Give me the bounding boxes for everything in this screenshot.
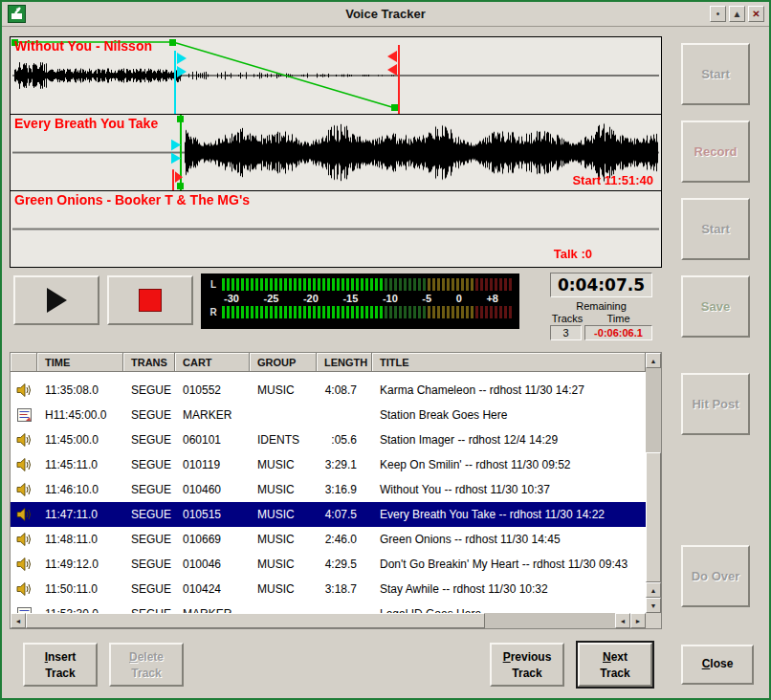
scroll-left-button[interactable]: ◄	[11, 613, 26, 628]
cell-trans: SEGUE	[123, 558, 175, 571]
scroll-up-button[interactable]: ▲	[646, 353, 661, 368]
cell-cart: 010515	[175, 508, 250, 521]
meter-right-label: R	[207, 307, 220, 317]
table-row[interactable]: 11:50:11.0 SEGUE 010424 MUSIC 3:18.7 Sta…	[11, 577, 646, 602]
table-row[interactable]: 11:53:30.0 SEGUE MARKER Legal ID Goes He…	[11, 602, 646, 613]
close-icon[interactable]: ✕	[748, 6, 764, 22]
log-body[interactable]: 11:35:08.0 SEGUE 010552 MUSIC 4:08.7 Kar…	[11, 372, 646, 613]
scroll-down-button[interactable]: ▼	[646, 598, 661, 613]
column-header-time[interactable]: TIME	[37, 353, 123, 372]
table-row[interactable]: 11:45:11.0 SEGUE 010119 MUSIC 3:29.1 Kee…	[11, 452, 646, 477]
record-button[interactable]: Record	[681, 120, 750, 183]
cell-trans: SEGUE	[123, 582, 175, 596]
cell-time: 11:46:10.0	[37, 483, 123, 496]
column-header-icon[interactable]	[11, 353, 37, 372]
start-2-button[interactable]: Start	[681, 198, 750, 260]
cell-length: :05.6	[317, 433, 372, 447]
save-button[interactable]: Save	[681, 275, 750, 338]
cell-trans: SEGUE	[123, 408, 175, 422]
scrollbar-corner	[646, 613, 661, 628]
cell-title: Every Breath You Take -- rdhost 11/30 14…	[372, 508, 646, 521]
insert-track-button[interactable]: Insert Track	[23, 643, 98, 687]
row-type-icon	[11, 458, 37, 471]
track-3-waveform[interactable]: Green Onions - Booker T & The MG's Talk …	[11, 190, 661, 267]
play-icon	[45, 287, 68, 314]
hit-post-button[interactable]: Hit Post	[681, 373, 750, 435]
table-row[interactable]: 11:48:11.0 SEGUE 010669 MUSIC 2:46.0 Gre…	[11, 527, 646, 552]
track-1-waveform[interactable]: Without You - Nilsson	[11, 37, 661, 114]
table-row[interactable]: 11:46:10.0 SEGUE 010460 MUSIC 3:16.9 Wit…	[11, 477, 646, 502]
horizontal-scroll-thumb[interactable]	[26, 613, 485, 628]
column-header-title[interactable]: TITLE	[372, 353, 646, 372]
fade-handle[interactable]	[177, 116, 184, 122]
table-row[interactable]: 11:49:12.0 SEGUE 010046 MUSIC 4:29.5 Don…	[11, 552, 646, 577]
cell-cart: 010669	[175, 533, 250, 546]
table-row[interactable]: 11:45:00.0 SEGUE 060101 IDENTS :05.6 Sta…	[11, 427, 646, 452]
row-type-icon	[11, 508, 37, 521]
vertical-scrollbar[interactable]: ▲ ▲ ▼	[646, 353, 661, 613]
meter-tick: -30	[224, 293, 239, 304]
cell-length: 3:18.7	[317, 582, 372, 596]
track-3-title: Green Onions - Booker T & The MG's	[14, 192, 250, 208]
start-1-button[interactable]: Start	[681, 43, 750, 105]
column-header-cart[interactable]: CART	[175, 353, 250, 372]
table-row[interactable]: 11:47:11.0 SEGUE 010515 MUSIC 4:07.5 Eve…	[11, 502, 646, 527]
track-2-waveform[interactable]: Every Breath You Take Start 11:51:40	[11, 114, 661, 190]
column-header-group[interactable]: GROUP	[250, 353, 317, 372]
speaker-icon	[16, 458, 32, 471]
scroll-up-button-2[interactable]: ▲	[646, 582, 661, 598]
cell-group: MUSIC	[250, 383, 317, 397]
speaker-icon	[16, 433, 32, 447]
speaker-icon	[16, 582, 32, 596]
delete-track-button[interactable]: Delete Track	[109, 643, 184, 687]
speaker-icon	[16, 558, 32, 571]
speaker-icon	[16, 508, 32, 521]
cell-title: Without You -- rdhost 11/30 10:37	[372, 483, 646, 496]
column-header-length[interactable]: LENGTH	[317, 353, 372, 372]
row-type-icon	[11, 483, 37, 496]
cell-group: MUSIC	[250, 558, 317, 571]
titlebar[interactable]: Voice Tracker • ▲ ✕	[2, 2, 769, 27]
cell-group: MUSIC	[250, 508, 317, 521]
fade-handle[interactable]	[391, 104, 398, 111]
horizontal-scrollbar[interactable]: ◄ ◄ ►	[11, 613, 646, 628]
cell-cart: 010119	[175, 458, 250, 471]
meter-tick: -20	[303, 293, 319, 304]
cell-cart: 060101	[175, 433, 250, 447]
remaining-tracks-label: Tracks	[550, 313, 584, 324]
cell-length: 4:29.5	[317, 558, 372, 571]
row-type-icon	[11, 433, 37, 447]
cell-length: 4:07.5	[317, 508, 372, 521]
shade-button[interactable]: ▲	[729, 6, 745, 22]
cell-trans: SEGUE	[123, 508, 175, 521]
play-button[interactable]	[13, 275, 99, 325]
rivendell-logo-icon	[8, 5, 26, 23]
table-row[interactable]: H11:45:00.0 SEGUE MARKER Station Break G…	[11, 403, 646, 427]
cell-time: 11:50:11.0	[37, 582, 123, 596]
vertical-scroll-thumb[interactable]	[646, 452, 661, 582]
log-header: TIME TRANS CART GROUP LENGTH TITLE	[11, 353, 646, 372]
fade-handle[interactable]	[169, 39, 176, 46]
meter-tick: -5	[422, 293, 431, 304]
cell-trans: SEGUE	[123, 383, 175, 397]
cell-group: MUSIC	[250, 533, 317, 546]
meter-left-bar	[222, 278, 512, 291]
do-over-button[interactable]: Do Over	[681, 545, 750, 607]
speaker-icon	[16, 533, 32, 546]
fade-handle[interactable]	[177, 183, 184, 189]
next-track-button[interactable]: Next Track	[578, 643, 652, 687]
cell-title: Karma Chameleon -- rdhost 11/30 14:27	[372, 383, 646, 397]
cell-title: Station Imager -- rdhost 12/4 14:29	[372, 433, 646, 447]
scroll-left-button-2[interactable]: ◄	[615, 613, 630, 628]
stop-button[interactable]	[107, 275, 193, 325]
meter-tick: -25	[263, 293, 278, 304]
previous-track-button[interactable]: Previous Track	[490, 643, 564, 687]
app-icon[interactable]	[8, 5, 26, 23]
table-row[interactable]: 11:35:08.0 SEGUE 010552 MUSIC 4:08.7 Kar…	[11, 378, 646, 403]
column-header-trans[interactable]: TRANS	[123, 353, 175, 372]
scroll-right-button[interactable]: ►	[630, 613, 646, 628]
close-button[interactable]: Close	[681, 645, 754, 685]
cell-group: IDENTS	[250, 433, 317, 447]
track-1-title: Without You - Nilsson	[14, 38, 152, 54]
pin-button[interactable]: •	[710, 6, 726, 22]
